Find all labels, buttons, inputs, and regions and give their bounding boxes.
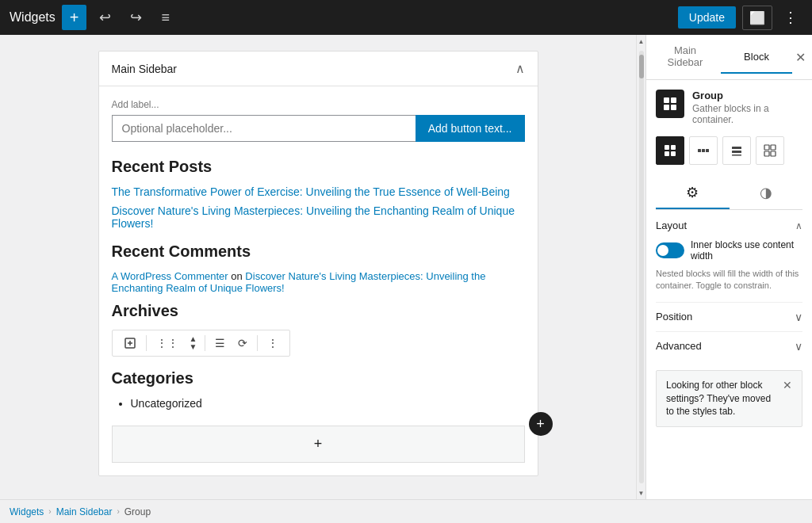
add-block-button[interactable]: + bbox=[62, 5, 87, 30]
svg-rect-13 bbox=[732, 151, 741, 153]
block-text: Group Gather blocks in a container. bbox=[692, 90, 802, 125]
scroll-track bbox=[639, 51, 644, 483]
svg-rect-2 bbox=[671, 97, 676, 103]
comment-on: on bbox=[231, 270, 242, 282]
advanced-accordion-header[interactable]: Advanced ∨ bbox=[656, 340, 802, 353]
tab-main-sidebar[interactable]: Main Sidebar bbox=[649, 35, 721, 79]
breadcrumb-group: Group bbox=[124, 506, 151, 517]
svg-rect-17 bbox=[764, 151, 769, 156]
add-block-bottom-button[interactable]: + bbox=[112, 426, 525, 463]
breadcrumb-main-sidebar[interactable]: Main Sidebar bbox=[56, 506, 113, 517]
svg-rect-15 bbox=[764, 145, 769, 150]
archive-toolbar: ⋮⋮ ▲ ▼ ☰ ⟳ ⋮ bbox=[112, 330, 291, 357]
svg-rect-7 bbox=[665, 151, 669, 156]
toggle-hint: Nested blocks will fill the width of thi… bbox=[656, 268, 802, 292]
block-name: Group bbox=[692, 90, 802, 101]
svg-rect-4 bbox=[671, 105, 676, 110]
widget-collapse-button[interactable]: ∧ bbox=[515, 61, 525, 76]
layout-section-header: Layout ∧ bbox=[656, 220, 802, 231]
breadcrumb: Widgets › Main Sidebar › Group bbox=[0, 499, 812, 523]
svg-rect-6 bbox=[671, 145, 676, 150]
toggle-row: Inner blocks use content width bbox=[656, 239, 802, 262]
position-chevron-icon: ∨ bbox=[795, 311, 802, 323]
archive-refresh-btn[interactable]: ⟳ bbox=[233, 334, 252, 353]
breadcrumb-sep-1: › bbox=[48, 507, 51, 516]
layout-icon-grid[interactable] bbox=[756, 136, 784, 165]
categories-section: Categories Uncategorized bbox=[112, 369, 525, 410]
add-widget-circle-button[interactable]: + bbox=[529, 412, 553, 436]
position-accordion-header[interactable]: Position ∨ bbox=[656, 311, 802, 323]
add-label: Add label... bbox=[112, 99, 525, 110]
notification-close-button[interactable]: ✕ bbox=[783, 379, 792, 391]
svg-rect-1 bbox=[664, 97, 669, 103]
recent-comments-title: Recent Comments bbox=[112, 242, 525, 261]
layout-section-toggle[interactable]: ∧ bbox=[795, 220, 802, 231]
vertical-scrollbar: ▲ ▼ bbox=[636, 35, 645, 499]
undo-button[interactable]: ↩ bbox=[93, 4, 117, 31]
svg-rect-11 bbox=[706, 149, 709, 152]
redo-button[interactable]: ↪ bbox=[124, 4, 148, 31]
svg-rect-18 bbox=[771, 151, 776, 156]
layout-icon-row[interactable] bbox=[689, 136, 718, 165]
svg-rect-9 bbox=[698, 149, 701, 152]
post-link-1[interactable]: The Transformative Power of Exercise: Un… bbox=[112, 185, 525, 198]
list-item: Uncategorized bbox=[131, 397, 525, 410]
block-icon bbox=[656, 90, 684, 118]
archive-move-btn[interactable]: ⋮⋮ bbox=[151, 334, 183, 353]
layout-icon-group[interactable] bbox=[656, 136, 684, 165]
add-button-text[interactable]: Add button text... bbox=[416, 115, 525, 142]
breadcrumb-sep-2: › bbox=[117, 507, 119, 516]
canvas-area[interactable]: Main Sidebar ∧ Add label... Add button t… bbox=[0, 35, 636, 499]
recent-posts-title: Recent Posts bbox=[112, 158, 525, 176]
settings-tabs: ⚙ ◑ bbox=[656, 178, 802, 210]
settings-tab-gear[interactable]: ⚙ bbox=[656, 178, 730, 209]
comment-text: A WordPress Commenter on Discover Nature… bbox=[112, 270, 525, 294]
advanced-title: Advanced bbox=[656, 340, 702, 352]
more-options-button[interactable]: ⋮ bbox=[779, 4, 802, 31]
widget-header: Main Sidebar ∧ bbox=[99, 52, 538, 86]
categories-title: Categories bbox=[112, 369, 525, 387]
scroll-up-button[interactable]: ▲ bbox=[637, 35, 646, 48]
top-bar-left: Widgets + ↩ ↪ ≡ bbox=[10, 4, 176, 31]
archive-link-btn[interactable] bbox=[119, 334, 141, 353]
post-link-2[interactable]: Discover Nature's Living Masterpieces: U… bbox=[112, 204, 525, 230]
search-input[interactable] bbox=[112, 115, 416, 142]
scroll-thumb bbox=[639, 55, 644, 78]
update-button[interactable]: Update bbox=[678, 6, 736, 29]
view-button[interactable]: ⬜ bbox=[742, 6, 772, 30]
position-section: Position ∨ bbox=[656, 302, 802, 331]
block-info: Group Gather blocks in a container. bbox=[656, 90, 802, 125]
recent-posts-section: Recent Posts The Transformative Power of… bbox=[112, 158, 525, 230]
settings-tab-style[interactable]: ◑ bbox=[730, 178, 803, 209]
position-title: Position bbox=[656, 311, 692, 323]
layout-settings: Layout ∧ Inner blocks use content width … bbox=[656, 220, 802, 292]
widget-title: Main Sidebar bbox=[112, 63, 178, 75]
archive-up-btn[interactable]: ▲ ▼ bbox=[186, 335, 201, 351]
svg-rect-3 bbox=[664, 105, 669, 110]
svg-rect-14 bbox=[732, 155, 741, 156]
notification-text: Looking for other block settings? They'v… bbox=[666, 379, 776, 418]
widget-body: Add label... Add button text... Recent P… bbox=[99, 86, 538, 475]
list-view-button[interactable]: ≡ bbox=[155, 5, 176, 31]
advanced-section: Advanced ∨ bbox=[656, 331, 802, 361]
tab-block[interactable]: Block bbox=[721, 41, 792, 74]
comment-author-link[interactable]: A WordPress Commenter bbox=[112, 270, 228, 282]
inner-blocks-toggle[interactable] bbox=[656, 242, 684, 258]
toggle-label: Inner blocks use content width bbox=[691, 239, 802, 262]
layout-icon-stack[interactable] bbox=[722, 136, 751, 165]
svg-rect-16 bbox=[771, 145, 776, 150]
svg-rect-12 bbox=[732, 147, 741, 149]
archives-title: Archives bbox=[112, 302, 525, 320]
panel-body: Group Gather blocks in a container. bbox=[646, 80, 812, 499]
scroll-down-button[interactable]: ▼ bbox=[637, 487, 646, 499]
main-layout: Main Sidebar ∧ Add label... Add button t… bbox=[0, 35, 812, 499]
archive-more-btn[interactable]: ⋮ bbox=[262, 334, 283, 353]
recent-comments-section: Recent Comments A WordPress Commenter on… bbox=[112, 242, 525, 294]
breadcrumb-widgets[interactable]: Widgets bbox=[10, 506, 44, 517]
top-bar: Widgets + ↩ ↪ ≡ Update ⬜ ⋮ bbox=[0, 0, 812, 35]
archive-align-btn[interactable]: ☰ bbox=[210, 334, 230, 353]
panel-close-button[interactable]: ✕ bbox=[792, 47, 809, 68]
right-panel: Main Sidebar Block ✕ Group Gather blocks… bbox=[645, 35, 812, 499]
svg-rect-5 bbox=[665, 145, 669, 150]
top-bar-right: Update ⬜ ⋮ bbox=[678, 4, 802, 31]
